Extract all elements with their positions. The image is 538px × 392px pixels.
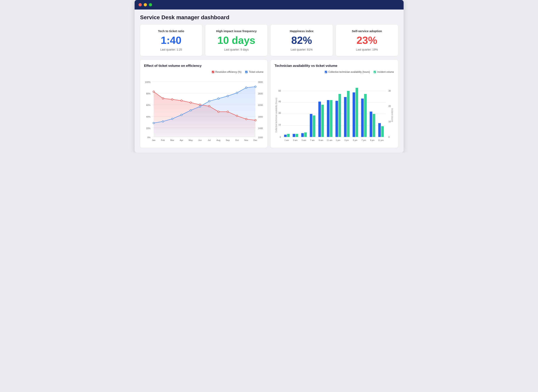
svg-rect-98 xyxy=(378,123,381,137)
left-chart-svg: 100% 80% 60% 40% 20% 0% 3000 2600 2200 1… xyxy=(144,75,264,143)
left-legend-volume: Ticket volume xyxy=(245,70,263,73)
svg-rect-85 xyxy=(321,105,324,137)
main-content: Service Desk manager dashboard Tech to t… xyxy=(135,9,404,153)
left-chart-wrap: 100% 80% 60% 40% 20% 0% 3000 2600 2200 1… xyxy=(144,75,264,144)
svg-point-35 xyxy=(162,121,164,122)
svg-text:Incident volume: Incident volume xyxy=(391,108,393,122)
left-chart-legend: Resolution efficiency (%) Ticket volume xyxy=(144,70,264,73)
svg-point-30 xyxy=(227,111,229,113)
svg-text:1 pm: 1 pm xyxy=(336,139,340,141)
svg-text:5 am: 5 am xyxy=(302,139,306,141)
left-legend-volume-label: Ticket volume xyxy=(249,70,263,73)
svg-text:Jul: Jul xyxy=(208,139,210,141)
right-chart-title: Technician availability vs ticket volume xyxy=(275,64,394,68)
svg-rect-83 xyxy=(313,115,315,137)
svg-point-42 xyxy=(227,95,229,97)
page-title: Service Desk manager dashboard xyxy=(140,14,398,21)
svg-rect-86 xyxy=(327,100,329,137)
kpi-sub-0: Last quarter: 1:25 xyxy=(144,48,198,51)
right-legend-avail: Collective technician availability (hour… xyxy=(325,70,370,73)
svg-point-44 xyxy=(245,87,247,89)
minimize-button[interactable] xyxy=(144,3,147,6)
svg-point-26 xyxy=(190,102,191,103)
svg-rect-84 xyxy=(319,102,321,137)
svg-rect-87 xyxy=(330,100,333,137)
svg-rect-93 xyxy=(356,88,358,137)
left-chart-title: Effect of ticket volume on efficiency xyxy=(144,64,264,68)
svg-text:0%: 0% xyxy=(147,136,151,139)
svg-point-33 xyxy=(254,120,256,121)
svg-rect-90 xyxy=(344,97,347,137)
right-chart-svg: 60 45 30 15 0 30 20 10 0 Collective tech… xyxy=(275,75,394,143)
right-chart-legend: Collective technician availability (hour… xyxy=(275,70,394,73)
svg-rect-0 xyxy=(212,71,214,73)
svg-rect-77 xyxy=(287,134,290,137)
svg-point-22 xyxy=(153,91,154,92)
right-legend-avail-label: Collective technician availability (hour… xyxy=(328,70,370,73)
kpi-value-1: 10 days xyxy=(209,35,263,46)
svg-text:May: May xyxy=(189,139,193,141)
svg-text:Jun: Jun xyxy=(198,139,202,141)
svg-text:Collective technician availabi: Collective technician availability (hour… xyxy=(275,98,277,132)
svg-text:0: 0 xyxy=(388,136,390,138)
svg-text:11 pm: 11 pm xyxy=(378,139,384,141)
svg-point-25 xyxy=(181,100,182,101)
svg-text:40%: 40% xyxy=(146,116,151,118)
svg-rect-94 xyxy=(361,98,364,137)
svg-point-45 xyxy=(254,86,256,88)
right-chart-wrap: 60 45 30 15 0 30 20 10 0 Collective tech… xyxy=(275,75,394,144)
svg-rect-59 xyxy=(374,71,376,73)
kpi-label-0: Tech to ticket ratio xyxy=(144,29,198,33)
svg-rect-76 xyxy=(284,135,287,137)
svg-point-40 xyxy=(208,101,210,102)
kpi-card-1: High impact issue frequency 10 days Last… xyxy=(205,25,267,56)
svg-point-31 xyxy=(236,115,238,117)
svg-text:60: 60 xyxy=(279,90,281,92)
svg-rect-78 xyxy=(293,134,295,137)
svg-text:45: 45 xyxy=(279,101,281,103)
svg-text:Mar: Mar xyxy=(170,139,174,141)
svg-rect-96 xyxy=(370,112,372,137)
svg-rect-58 xyxy=(325,71,327,73)
svg-text:1400: 1400 xyxy=(258,127,263,130)
svg-text:3000: 3000 xyxy=(258,81,263,83)
kpi-value-3: 23% xyxy=(340,35,394,46)
kpi-card-2: Happiness index 82% Last quarter: 81% xyxy=(271,25,333,56)
check-icon xyxy=(212,70,214,73)
left-legend-efficiency-label: Resolution efficiency (%) xyxy=(215,70,242,73)
maximize-button[interactable] xyxy=(149,3,152,6)
svg-text:11 am: 11 am xyxy=(327,139,332,141)
kpi-label-3: Self-service adoption xyxy=(340,29,394,33)
svg-text:Aug: Aug xyxy=(216,139,220,141)
kpi-value-0: 1:40 xyxy=(144,35,198,46)
kpi-sub-2: Last quarter: 81% xyxy=(275,48,329,51)
svg-text:Jan: Jan xyxy=(152,139,155,141)
svg-rect-99 xyxy=(381,126,384,137)
check-icon-2 xyxy=(245,70,248,73)
kpi-sub-3: Last quarter: 19% xyxy=(340,48,394,51)
close-button[interactable] xyxy=(138,3,142,6)
left-chart-card: Effect of ticket volume on efficiency Re… xyxy=(140,60,268,148)
kpi-value-2: 82% xyxy=(275,35,329,46)
svg-point-38 xyxy=(190,110,191,111)
right-legend-incident-label: Incident volume xyxy=(377,70,394,73)
svg-text:10: 10 xyxy=(388,120,391,123)
svg-rect-79 xyxy=(295,134,298,137)
svg-rect-97 xyxy=(373,114,375,137)
svg-point-29 xyxy=(218,111,219,113)
svg-point-28 xyxy=(208,106,210,107)
svg-text:60%: 60% xyxy=(146,104,151,107)
svg-point-43 xyxy=(236,92,238,93)
svg-text:15: 15 xyxy=(279,124,281,126)
svg-text:9 am: 9 am xyxy=(319,139,323,141)
svg-text:Sep: Sep xyxy=(226,139,230,141)
titlebar xyxy=(135,0,404,9)
svg-rect-95 xyxy=(364,94,367,137)
svg-point-39 xyxy=(199,106,201,107)
kpi-card-3: Self-service adoption 23% Last quarter: … xyxy=(336,25,398,56)
left-legend-efficiency: Resolution efficiency (%) xyxy=(212,70,242,73)
svg-rect-88 xyxy=(335,101,338,137)
svg-text:20%: 20% xyxy=(146,127,151,130)
svg-text:5 pm: 5 pm xyxy=(353,139,357,141)
svg-text:20: 20 xyxy=(388,105,391,107)
